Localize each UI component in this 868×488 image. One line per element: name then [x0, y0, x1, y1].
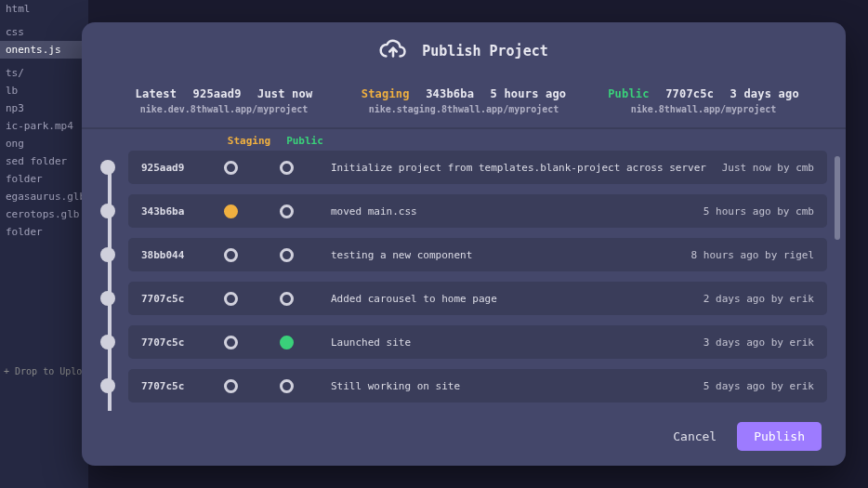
timeline-dot-icon [100, 204, 115, 218]
commit-hash: 7707c5c [141, 380, 203, 392]
env-public-label: Public [608, 87, 650, 100]
timeline-dot-icon [100, 247, 115, 262]
staging-radio[interactable] [203, 336, 258, 350]
staging-radio[interactable] [203, 204, 258, 218]
staging-radio[interactable] [203, 161, 258, 175]
file-tree-item[interactable]: css [0, 23, 88, 41]
cancel-button[interactable]: Cancel [669, 422, 720, 451]
commit-hash: 7707c5c [141, 293, 203, 305]
commit-meta: 8 hours ago by rigel [682, 249, 814, 261]
file-tree-item[interactable]: cerotops.glb [0, 205, 88, 223]
commit-message: Still working on site [314, 380, 694, 392]
file-tree-item[interactable]: ic-park.mp4 [0, 117, 88, 135]
file-tree-item[interactable]: folder [0, 223, 88, 241]
public-radio[interactable] [258, 248, 314, 262]
public-radio[interactable] [258, 379, 314, 393]
file-tree-item[interactable]: sed folder [0, 152, 88, 170]
commit-meta: 5 hours ago by cmb [694, 205, 814, 218]
file-tree-item[interactable]: folder [0, 170, 88, 188]
commit-row-body[interactable]: 925aad9Initialize project from templates… [128, 151, 827, 184]
staging-radio[interactable] [203, 248, 258, 262]
commit-row: 343b6bamoved main.css5 hours ago by cmb [100, 194, 827, 228]
commit-row: 7707c5cStill working on site5 days ago b… [100, 369, 827, 402]
cloud-upload-icon [379, 35, 407, 67]
commit-row: 7707c5cLaunched site3 days ago by erik [100, 325, 827, 359]
commit-hash: 925aad9 [141, 162, 203, 174]
commit-meta: 2 days ago by erik [694, 293, 814, 305]
timeline-dot-icon [100, 378, 115, 393]
env-staging-time: 5 hours ago [491, 87, 567, 100]
file-tree-item[interactable]: onents.js [0, 41, 88, 59]
commit-message: Initialize project from templates.blank-… [314, 162, 713, 174]
env-latest: Latest 925aad9 Just now nike.dev.8thwall… [108, 87, 340, 114]
commit-hash: 7707c5c [141, 336, 203, 349]
public-radio[interactable] [258, 336, 314, 350]
scrollbar-thumb[interactable] [835, 156, 840, 240]
file-tree-item[interactable]: egasaurus.glb [0, 188, 88, 205]
timeline-dot-icon [100, 291, 115, 306]
file-tree-item[interactable]: ong [0, 135, 88, 152]
env-staging-label: Staging [362, 87, 410, 100]
env-staging: Staging 343b6ba 5 hours ago nike.staging… [348, 87, 580, 114]
col-public-header: Public [277, 135, 333, 147]
env-public-hash: 7707c5c [665, 87, 714, 100]
col-staging-header: Staging [221, 135, 277, 147]
publish-button[interactable]: Publish [737, 422, 822, 451]
env-staging-url: nike.staging.8thwall.app/myproject [348, 104, 580, 114]
public-radio[interactable] [258, 204, 314, 218]
commit-meta: Just now by cmb [713, 162, 814, 174]
environment-summary-bar: Latest 925aad9 Just now nike.dev.8thwall… [82, 78, 846, 129]
commit-meta: 5 days ago by erik [694, 380, 814, 392]
column-headers: Staging Public [82, 129, 846, 151]
commit-row: 38bb044testing a new component8 hours ag… [100, 238, 827, 271]
commit-list: 925aad9Initialize project from templates… [82, 151, 846, 411]
timeline-dot-icon [100, 160, 115, 175]
file-tree-item[interactable]: np3 [0, 99, 88, 117]
file-tree-item[interactable]: html [0, 0, 88, 18]
staging-radio[interactable] [203, 379, 258, 393]
commit-meta: 3 days ago by erik [694, 336, 814, 349]
commit-row-body[interactable]: 38bb044testing a new component8 hours ag… [128, 238, 827, 271]
env-latest-url: nike.dev.8thwall.app/myproject [108, 104, 340, 114]
modal-title: Publish Project [422, 43, 547, 59]
commit-message: moved main.css [314, 205, 694, 218]
commit-row-body[interactable]: 343b6bamoved main.css5 hours ago by cmb [128, 194, 827, 228]
env-latest-hash: 925aad9 [193, 87, 242, 100]
commit-row: 7707c5cAdded carousel to home page2 days… [100, 282, 827, 315]
commit-message: Added carousel to home page [314, 293, 694, 305]
public-radio[interactable] [258, 292, 314, 306]
publish-project-modal: Publish Project Latest 925aad9 Just now … [82, 22, 846, 466]
env-staging-hash: 343b6ba [426, 87, 474, 100]
file-tree-item[interactable]: lb [0, 82, 88, 99]
commit-hash: 343b6ba [141, 205, 203, 218]
staging-radio[interactable] [203, 292, 258, 306]
commit-row: 925aad9Initialize project from templates… [100, 151, 827, 184]
commit-message: testing a new component [314, 249, 682, 261]
commit-row-body[interactable]: 7707c5cStill working on site5 days ago b… [128, 369, 827, 402]
commit-message: Launched site [314, 336, 694, 349]
env-latest-label: Latest [136, 87, 178, 100]
modal-header: Publish Project [82, 22, 846, 78]
public-radio[interactable] [258, 161, 314, 175]
commit-hash: 38bb044 [141, 249, 203, 261]
env-latest-time: Just now [257, 87, 312, 100]
file-tree-item[interactable]: ts/ [0, 64, 88, 82]
commit-row-body[interactable]: 7707c5cAdded carousel to home page2 days… [128, 282, 827, 315]
env-public-url: nike.8thwall.app/myproject [587, 104, 820, 114]
file-tree-sidebar: htmlcssonents.jsts/lbnp3ic-park.mp4ongse… [0, 0, 88, 488]
timeline-dot-icon [100, 335, 115, 350]
drop-hint: + Drop to Uplo [4, 366, 82, 376]
env-public-time: 3 days ago [730, 87, 799, 100]
env-public: Public 7707c5c 3 days ago nike.8thwall.a… [587, 87, 820, 114]
modal-footer: Cancel Publish [82, 411, 846, 466]
commit-row-body[interactable]: 7707c5cLaunched site3 days ago by erik [128, 325, 827, 359]
